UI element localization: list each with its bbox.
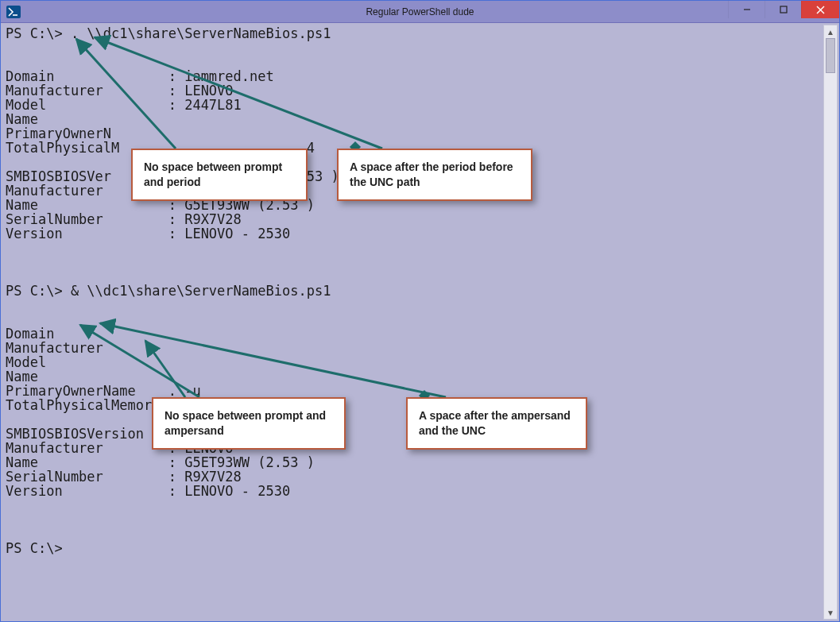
callout-space-after-ampersand: A space after the ampersand and the UNC xyxy=(406,397,587,450)
minimize-button[interactable] xyxy=(728,1,765,18)
console-client-area[interactable]: PS C:\> . \\dc1\share\ServerNameBios.ps1… xyxy=(1,23,839,621)
console-output: PS C:\> . \\dc1\share\ServerNameBios.ps1… xyxy=(6,26,822,618)
callout-space-after-period: A space after the period before the UNC … xyxy=(337,149,532,201)
scroll-down-arrow-icon[interactable]: ▼ xyxy=(824,606,837,619)
svg-rect-3 xyxy=(780,6,787,13)
powershell-icon xyxy=(4,3,23,21)
powershell-window: Regular PowerShell dude PS C:\> . \\dc1\… xyxy=(0,0,840,622)
callout-no-space-ampersand: No space between prompt and ampersand xyxy=(152,397,346,450)
maximize-button[interactable] xyxy=(765,1,801,18)
vertical-scrollbar[interactable]: ▲ ▼ xyxy=(823,25,838,620)
scroll-thumb[interactable] xyxy=(826,38,835,73)
window-controls xyxy=(728,1,839,18)
window-title: Regular PowerShell dude xyxy=(1,6,839,17)
scroll-up-arrow-icon[interactable]: ▲ xyxy=(824,25,837,38)
callout-no-space-period: No space between prompt and period xyxy=(131,149,308,201)
close-button[interactable] xyxy=(801,1,839,18)
titlebar[interactable]: Regular PowerShell dude xyxy=(1,1,839,23)
